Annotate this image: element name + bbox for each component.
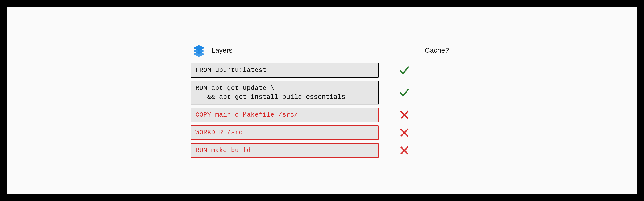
layer-box-invalidated: WORKDIR /src <box>191 125 378 140</box>
cache-status-cross-icon <box>388 145 421 156</box>
layers-column-header: Layers <box>212 46 232 54</box>
layers-icon <box>191 43 207 57</box>
layer-box-invalidated: RUN make build <box>191 143 378 158</box>
cache-status-cross-icon <box>388 127 421 138</box>
cache-status-check-icon <box>388 65 421 76</box>
layer-row: FROM ubuntu:latest <box>191 63 453 78</box>
cache-status-cross-icon <box>388 110 421 120</box>
outer-frame: Layers Cache? FROM ubuntu:latest RUN apt… <box>0 0 644 201</box>
layer-row: COPY main.c Makefile /src/ <box>191 108 453 122</box>
cache-status-check-icon <box>388 87 421 98</box>
svg-marker-2 <box>193 45 205 51</box>
cache-column-header: Cache? <box>420 46 453 54</box>
layer-box: RUN apt-get update \ && apt-get install … <box>191 81 378 104</box>
layer-row: WORKDIR /src <box>191 125 453 140</box>
layer-box-invalidated: COPY main.c Makefile /src/ <box>191 108 378 122</box>
diagram-content: Layers Cache? FROM ubuntu:latest RUN apt… <box>191 43 453 158</box>
header-row: Layers Cache? <box>191 43 453 57</box>
layer-row: RUN make build <box>191 143 453 158</box>
layer-row: RUN apt-get update \ && apt-get install … <box>191 81 453 104</box>
layer-box: FROM ubuntu:latest <box>191 63 378 78</box>
diagram-canvas: Layers Cache? FROM ubuntu:latest RUN apt… <box>6 7 638 194</box>
